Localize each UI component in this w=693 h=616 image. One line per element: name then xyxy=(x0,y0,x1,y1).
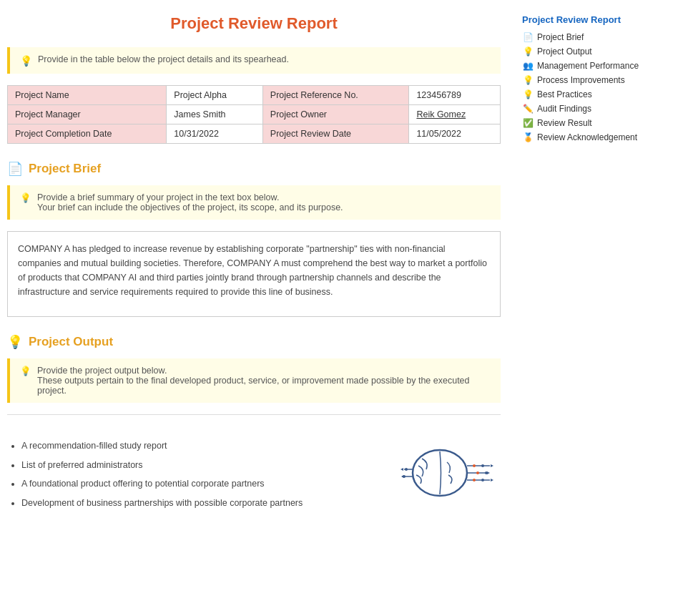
svg-marker-11 xyxy=(491,479,493,481)
pencil-icon: ✏️ xyxy=(522,104,534,114)
sidebar-nav: 📄 Project Brief 💡 Project Output 👥 Manag… xyxy=(522,32,640,142)
cell-value: 11/05/2022 xyxy=(409,124,501,144)
sidebar-item-management-performance[interactable]: 👥 Management Performance xyxy=(522,61,640,71)
doc-icon: 📄 xyxy=(522,32,534,42)
sidebar-item-process-improvements[interactable]: 💡 Process Improvements xyxy=(522,75,640,85)
table-row: Project Completion Date 10/31/2022 Proje… xyxy=(8,124,501,144)
sidebar-item-label: Review Acknowledgement xyxy=(537,132,637,142)
bulb-icon: 💡 xyxy=(522,75,534,85)
sidebar-item-label: Review Result xyxy=(537,118,592,128)
sidebar-item-project-brief[interactable]: 📄 Project Brief xyxy=(522,32,640,42)
project-output-section-header: 💡 Project Output xyxy=(7,334,501,350)
svg-marker-16 xyxy=(400,468,403,471)
divider xyxy=(7,414,501,415)
people-icon: 👥 xyxy=(522,61,534,71)
output-hint-bulb-icon: 💡 xyxy=(20,366,31,376)
cell-value: 10/31/2022 xyxy=(167,124,263,144)
cell-label: Project Owner xyxy=(262,105,409,124)
table-row: Project Name Project Alpha Project Refer… xyxy=(8,86,501,105)
output-hint-text: Provide the project output below. These … xyxy=(37,366,491,396)
sidebar: Project Review Report 📄 Project Brief 💡 … xyxy=(515,14,640,514)
brain-illustration xyxy=(400,434,501,514)
output-bulb-icon: 💡 xyxy=(7,334,23,350)
svg-point-13 xyxy=(405,468,408,471)
sidebar-item-label: Audit Findings xyxy=(537,104,591,114)
svg-marker-9 xyxy=(491,464,493,467)
svg-point-20 xyxy=(473,479,476,481)
svg-point-19 xyxy=(476,471,479,474)
svg-marker-10 xyxy=(487,471,490,474)
sidebar-item-review-acknowledgement[interactable]: 🏅 Review Acknowledgement xyxy=(522,132,640,142)
brief-hint-bulb-icon: 💡 xyxy=(20,192,31,203)
cell-label: Project Name xyxy=(8,86,167,105)
svg-point-3 xyxy=(481,464,484,467)
svg-point-18 xyxy=(473,464,476,467)
brief-doc-icon: 📄 xyxy=(7,161,23,177)
cell-label: Project Completion Date xyxy=(8,124,167,144)
list-item: A foundational product offering to poten… xyxy=(21,476,386,492)
reward-icon: 🏅 xyxy=(522,132,534,142)
sidebar-title: Project Review Report xyxy=(522,14,640,25)
brain-svg xyxy=(400,434,493,512)
sidebar-item-review-result[interactable]: ✅ Review Result xyxy=(522,118,640,128)
intro-hint-text: Provide in the table below the project d… xyxy=(38,54,289,64)
project-brief-content[interactable]: COMPANY A has pledged to increase revenu… xyxy=(7,231,501,317)
hint-bulb-icon: 💡 xyxy=(20,55,32,67)
cell-label: Project Reference No. xyxy=(262,86,409,105)
cell-value: Project Alpha xyxy=(167,86,263,105)
cell-value: James Smith xyxy=(167,105,263,124)
sidebar-item-project-output[interactable]: 💡 Project Output xyxy=(522,47,640,57)
cell-label: Project Review Date xyxy=(262,124,409,144)
cell-value: 123456789 xyxy=(409,86,501,105)
output-list: A recommendation-filled study report Lis… xyxy=(21,438,386,511)
svg-point-8 xyxy=(481,479,484,481)
list-item: Development of business partnerships wit… xyxy=(21,495,386,512)
project-output-title: Project Output xyxy=(29,335,113,349)
cell-label: Project Manager xyxy=(8,105,167,124)
project-details-table: Project Name Project Alpha Project Refer… xyxy=(7,85,501,144)
sidebar-item-audit-findings[interactable]: ✏️ Audit Findings xyxy=(522,104,640,114)
list-item: List of preferred administrators xyxy=(21,457,386,474)
svg-marker-17 xyxy=(401,475,404,478)
sidebar-item-label: Process Improvements xyxy=(537,75,625,85)
main-content: Project Review Report 💡 Provide in the t… xyxy=(7,14,515,514)
table-row: Project Manager James Smith Project Owne… xyxy=(8,105,501,124)
sidebar-item-label: Best Practices xyxy=(537,89,592,99)
output-list-wrap: A recommendation-filled study report Lis… xyxy=(7,426,386,514)
report-title: Project Review Report xyxy=(7,14,501,33)
brief-hint-text: Provide a brief summary of your project … xyxy=(37,192,343,212)
sidebar-item-label: Project Output xyxy=(537,47,592,57)
output-content-area: A recommendation-filled study report Lis… xyxy=(7,426,501,514)
check-icon: ✅ xyxy=(522,118,534,128)
brief-hint-box: 💡 Provide a brief summary of your projec… xyxy=(7,185,501,220)
cell-value: Reik Gomez xyxy=(409,105,501,124)
bulb-icon: 💡 xyxy=(522,89,534,99)
bulb-icon: 💡 xyxy=(522,47,534,57)
sidebar-item-label: Management Performance xyxy=(537,61,639,71)
output-hint-box: 💡 Provide the project output below. Thes… xyxy=(7,358,501,403)
intro-hint-box: 💡 Provide in the table below the project… xyxy=(7,47,501,74)
project-brief-section-header: 📄 Project Brief xyxy=(7,161,501,177)
sidebar-item-label: Project Brief xyxy=(537,32,584,42)
sidebar-item-best-practices[interactable]: 💡 Best Practices xyxy=(522,89,640,99)
project-brief-title: Project Brief xyxy=(29,162,101,176)
list-item: A recommendation-filled study report xyxy=(21,438,386,454)
